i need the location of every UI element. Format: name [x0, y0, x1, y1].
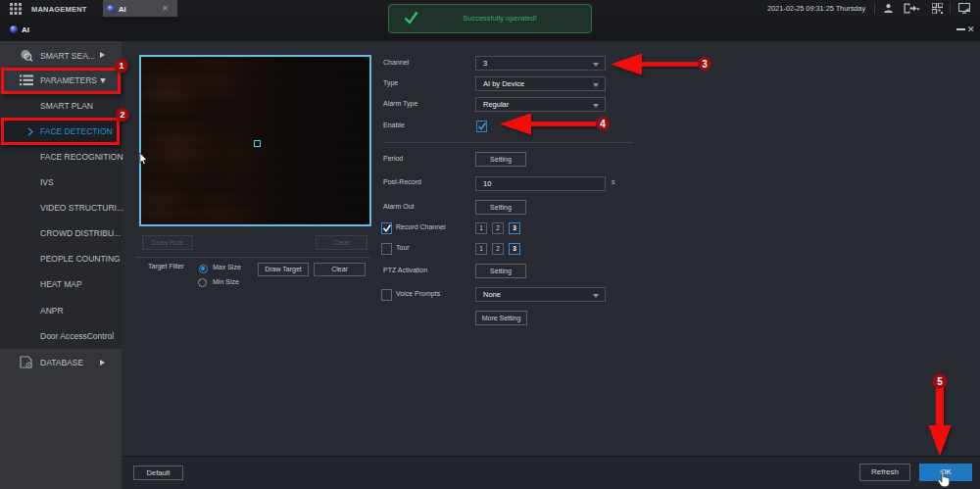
svg-text:5: 5: [937, 376, 943, 387]
svg-text:3: 3: [702, 59, 708, 70]
svg-text:4: 4: [600, 119, 606, 129]
